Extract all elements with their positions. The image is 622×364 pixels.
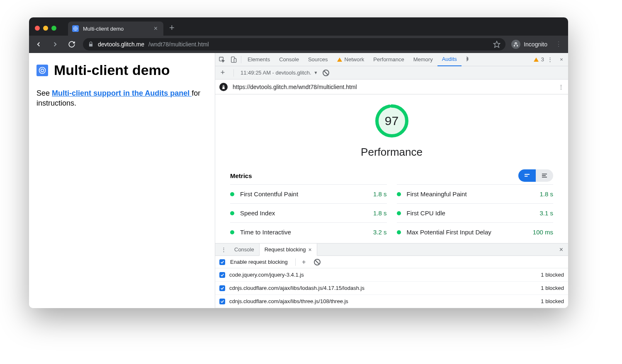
warning-icon [337,58,342,62]
pattern-checkbox[interactable] [219,299,225,304]
metric-status-dot [397,211,401,215]
audit-url-menu-icon[interactable]: ⋮ [558,84,564,90]
metrics-grid: First Contentful Paint 1.8 s First Meani… [215,184,568,243]
svg-point-0 [74,27,78,31]
remove-all-patterns-icon[interactable] [314,259,321,265]
clear-audits-icon[interactable] [323,70,329,76]
audit-url-text: https://devtools.glitch.me/wndt78/multic… [233,84,357,90]
lighthouse-report: 97 Performance Metrics [215,94,568,243]
tab-title: Multi-client demo [83,26,124,32]
inspect-element-icon[interactable] [216,54,228,65]
tab-memory[interactable]: Memory [409,53,437,66]
pattern-count: 1 blocked [541,285,564,291]
svg-marker-2 [494,41,500,48]
tab-strip: Multi-client demo × + [29,17,568,36]
page-paragraph: See Multi-client support in the Audits p… [36,88,207,108]
tab-performance[interactable]: Performance [369,53,408,66]
score-gauge: 97 Performance [215,94,568,162]
metrics-header-row: Metrics [215,162,568,184]
toggle-compact-icon [518,169,536,182]
maximize-window-button[interactable] [51,26,56,31]
pattern-checkbox[interactable] [219,285,225,291]
blocked-pattern-row[interactable]: cdnjs.cloudflare.com/ajax/libs/three.js/… [215,295,568,308]
pattern-checkbox[interactable] [219,272,225,278]
blocked-pattern-row[interactable]: cdnjs.cloudflare.com/ajax/libs/lodash.js… [215,282,568,295]
svg-point-3 [39,67,46,73]
drawer-tab-console[interactable]: Console [229,243,259,256]
close-window-button[interactable] [35,26,40,31]
drawer-tabstrip: ⋮ Console Request blocking × × [215,243,568,256]
audit-run-selector[interactable]: 11:49:25 AM - devtools.glitch. ▼ [241,70,318,76]
audits-toolbar: + 11:49:25 AM - devtools.glitch. ▼ [215,66,568,80]
browser-tab[interactable]: Multi-client demo × [68,22,163,36]
toggle-expanded-icon [536,169,553,182]
tab-elements[interactable]: Elements [243,53,275,66]
category-label: Performance [361,146,423,159]
forward-button[interactable] [50,39,61,50]
new-audit-button[interactable]: + [219,68,227,77]
page-logo-icon [36,65,48,76]
tab-network[interactable]: Network [333,53,369,66]
lighthouse-icon [219,83,228,91]
metric-row: First Meaningful Paint 1.8 s [397,184,554,203]
drawer-tab-request-blocking[interactable]: Request blocking × [259,243,317,256]
devtools-tabstrip: Elements Console Sources Network Perform… [215,53,568,66]
metric-status-dot [397,230,401,234]
separator [241,56,241,63]
svg-point-1 [75,28,76,29]
svg-rect-7 [234,58,236,62]
browser-toolbar: devtools.glitch.me/wndt78/multiclient.ht… [29,36,568,53]
separator [233,69,234,77]
star-icon[interactable] [493,41,501,48]
back-button[interactable] [33,39,44,50]
instructions-link[interactable]: Multi-client support in the Audits panel [52,89,192,97]
browser-menu-button[interactable]: ⋮ [553,39,564,50]
content-area: Multi-client demo See Multi-client suppo… [29,53,568,308]
devtools-menu-icon[interactable]: ⋮ [544,54,556,65]
device-toggle-icon[interactable] [228,54,239,65]
enable-blocking-checkbox[interactable] [219,259,225,265]
metric-status-dot [397,192,401,196]
close-tab-icon[interactable]: × [154,25,158,32]
reload-button[interactable] [66,39,77,50]
pattern-url: code.jquery.com/jquery-3.4.1.js [229,272,304,278]
metric-row: Time to Interactive 3.2 s [230,222,387,241]
metric-status-dot [230,230,234,234]
audit-url-row: https://devtools.glitch.me/wndt78/multic… [215,80,568,94]
request-blocking-toolbar: Enable request blocking + [215,256,568,268]
incognito-indicator[interactable]: Incognito [511,40,547,49]
url-host: devtools.glitch.me [98,41,144,48]
blocked-pattern-row[interactable]: code.jquery.com/jquery-3.4.1.js 1 blocke… [215,268,568,282]
metrics-title: Metrics [230,172,252,179]
metrics-view-toggle[interactable] [518,169,553,182]
close-devtools-icon[interactable]: × [556,54,567,65]
tab-sources[interactable]: Sources [304,53,333,66]
close-tab-icon[interactable]: × [308,246,311,253]
new-tab-button[interactable]: + [163,22,180,36]
pattern-url: cdnjs.cloudflare.com/ajax/libs/lodash.js… [229,285,364,291]
enable-blocking-label: Enable request blocking [230,259,288,265]
dropdown-icon: ▼ [314,70,318,75]
metric-row: Speed Index 1.8 s [230,203,387,222]
drawer-menu-icon[interactable]: ⋮ [218,244,229,256]
pattern-url: cdnjs.cloudflare.com/ajax/libs/three.js/… [229,298,348,304]
tab-console[interactable]: Console [275,53,304,66]
warnings-badge[interactable]: 3 [534,56,544,63]
pattern-count: 1 blocked [541,272,564,278]
page-title: Multi-client demo [36,62,207,78]
devtools-drawer: ⋮ Console Request blocking × × Enable re… [215,243,568,308]
pattern-count: 1 blocked [541,298,564,304]
address-bar[interactable]: devtools.glitch.me/wndt78/multiclient.ht… [83,38,505,51]
warning-icon [534,58,539,62]
page-content: Multi-client demo See Multi-client suppo… [29,53,215,308]
more-tabs-icon[interactable] [462,54,473,65]
url-path: /wndt78/multiclient.html [148,41,209,48]
browser-window: Multi-client demo × + devtools.glitch.me… [29,17,568,308]
devtools-panel: Elements Console Sources Network Perform… [215,53,568,308]
score-value: 97 [374,104,409,138]
minimize-window-button[interactable] [43,26,48,31]
add-pattern-button[interactable]: + [300,258,308,266]
tab-audits[interactable]: Audits [437,53,462,66]
close-drawer-icon[interactable]: × [557,246,566,253]
metric-row: Max Potential First Input Delay 100 ms [397,222,554,241]
